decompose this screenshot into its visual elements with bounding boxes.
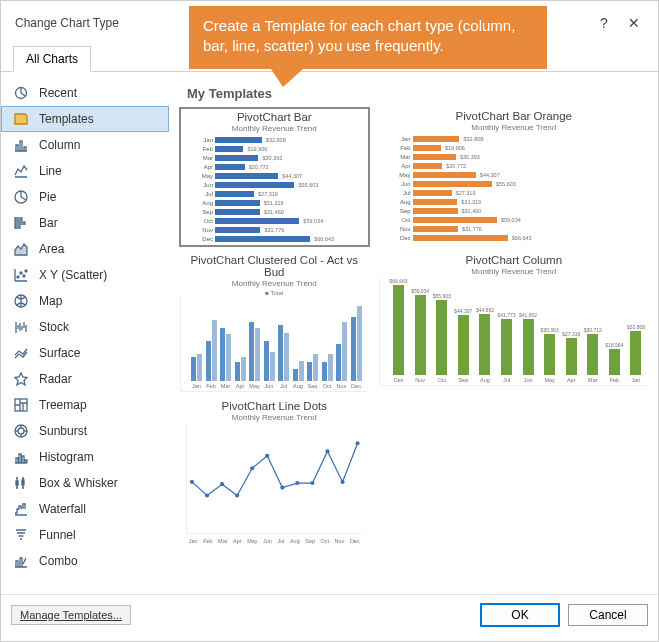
sidebar-item-label: Surface [39, 346, 80, 360]
sidebar-item-recent[interactable]: Recent [1, 80, 169, 106]
chart-type-icon [13, 475, 29, 491]
chart-type-icon [13, 189, 29, 205]
svg-point-19 [325, 449, 329, 453]
template-thumb[interactable]: PivotChart Clustered Col - Act vs BudMon… [179, 251, 370, 393]
tip-callout: Create a Template for each chart type (c… [189, 6, 547, 69]
sidebar-item-label: Column [39, 138, 80, 152]
sidebar-item-label: Bar [39, 216, 58, 230]
chart-type-icon [13, 241, 29, 257]
chart-type-icon [13, 215, 29, 231]
chart-type-sidebar: RecentTemplatesColumnLinePieBarAreaX Y (… [1, 72, 169, 594]
sidebar-item-box-whisker[interactable]: Box & Whisker [1, 470, 169, 496]
sidebar-item-radar[interactable]: Radar [1, 366, 169, 392]
svg-point-20 [340, 480, 344, 484]
section-title: My Templates [187, 86, 650, 101]
svg-point-3 [20, 272, 22, 274]
svg-point-10 [190, 480, 194, 484]
sidebar-item-label: Funnel [39, 528, 76, 542]
svg-point-17 [295, 481, 299, 485]
dialog-title: Change Chart Type [15, 16, 119, 30]
sidebar-item-treemap[interactable]: Treemap [1, 392, 169, 418]
tab-all-charts[interactable]: All Charts [13, 46, 91, 72]
sidebar-item-label: X Y (Scatter) [39, 268, 107, 282]
sidebar-item-label: Box & Whisker [39, 476, 118, 490]
help-icon[interactable]: ? [594, 15, 614, 31]
sidebar-item-pie[interactable]: Pie [1, 184, 169, 210]
template-thumb[interactable]: PivotChart ColumnMonthly Revenue Trend$6… [378, 251, 650, 393]
chart-type-icon [13, 527, 29, 543]
column-chart: $66,643Dec$59,034Nov$55,603Oct$44,307Sep… [379, 278, 649, 386]
sidebar-item-label: Treemap [39, 398, 87, 412]
sidebar-item-label: Area [39, 242, 64, 256]
chart-type-icon [13, 501, 29, 517]
chart-type-icon [13, 553, 29, 569]
template-title: PivotChart Column [379, 252, 649, 266]
svg-point-18 [310, 481, 314, 485]
sidebar-item-label: Sunburst [39, 424, 87, 438]
chart-type-icon [13, 267, 29, 283]
sidebar-item-surface[interactable]: Surface [1, 340, 169, 366]
sidebar-item-stock[interactable]: Stock [1, 314, 169, 340]
manage-templates-button[interactable]: Manage Templates... [11, 605, 131, 625]
sidebar-item-label: Waterfall [39, 502, 86, 516]
sidebar-item-label: Combo [39, 554, 78, 568]
template-subtitle: Monthly Revenue Trend [180, 413, 369, 422]
sidebar-item-waterfall[interactable]: Waterfall [1, 496, 169, 522]
sidebar-item-area[interactable]: Area [1, 236, 169, 262]
template-subtitle: Monthly Revenue Trend [379, 123, 649, 132]
sidebar-item-sunburst[interactable]: Sunburst [1, 418, 169, 444]
chart-type-icon [13, 163, 29, 179]
sidebar-item-column[interactable]: Column [1, 132, 169, 158]
sidebar-item-bar[interactable]: Bar [1, 210, 169, 236]
sidebar-item-combo[interactable]: Combo [1, 548, 169, 574]
svg-point-12 [220, 482, 224, 486]
svg-point-9 [18, 428, 24, 434]
svg-point-11 [205, 493, 209, 497]
svg-point-2 [17, 276, 19, 278]
sidebar-item-label: Line [39, 164, 62, 178]
sidebar-item-x-y-scatter-[interactable]: X Y (Scatter) [1, 262, 169, 288]
sidebar-item-line[interactable]: Line [1, 158, 169, 184]
template-thumb[interactable]: PivotChart BarMonthly Revenue TrendJan$3… [179, 107, 370, 247]
sidebar-item-map[interactable]: Map [1, 288, 169, 314]
template-thumb[interactable]: PivotChart Bar OrangeMonthly Revenue Tre… [378, 107, 650, 247]
sidebar-item-templates[interactable]: Templates [1, 106, 169, 132]
bar-chart: Jan$32,808Feb$19,906Mar$30,393Apr$20,772… [181, 135, 368, 245]
sidebar-item-label: Templates [39, 112, 94, 126]
chart-type-icon [13, 85, 29, 101]
sidebar-item-label: Pie [39, 190, 56, 204]
clustered-column-chart: JanFebMarAprMayJunJulAugSepOctNovDec [180, 296, 369, 392]
sidebar-item-label: Stock [39, 320, 69, 334]
svg-point-13 [235, 493, 239, 497]
template-subtitle: Monthly Revenue Trend [379, 267, 649, 276]
svg-point-5 [25, 270, 27, 272]
template-title: PivotChart Clustered Col - Act vs Bud [180, 252, 369, 278]
chart-type-icon [13, 423, 29, 439]
sidebar-item-funnel[interactable]: Funnel [1, 522, 169, 548]
bar-chart: Jan$32,808Feb$19,906Mar$30,393Apr$20,772… [379, 134, 649, 244]
sidebar-item-label: Recent [39, 86, 77, 100]
cancel-button[interactable]: Cancel [568, 604, 648, 626]
templates-panel: My Templates PivotChart BarMonthly Reven… [169, 72, 658, 594]
chart-type-icon [13, 319, 29, 335]
template-title: PivotChart Bar Orange [379, 108, 649, 122]
close-icon[interactable]: ✕ [624, 15, 644, 31]
svg-point-16 [280, 486, 284, 490]
chart-type-icon [13, 371, 29, 387]
template-subtitle: Monthly Revenue Trend [180, 279, 369, 288]
sidebar-item-label: Histogram [39, 450, 94, 464]
svg-point-15 [265, 454, 269, 458]
sidebar-item-label: Radar [39, 372, 72, 386]
chart-type-icon [13, 345, 29, 361]
dialog-footer: Manage Templates... OK Cancel [1, 594, 658, 635]
chart-type-icon [13, 293, 29, 309]
template-thumb[interactable]: PivotChart Line DotsMonthly Revenue Tren… [179, 397, 370, 548]
template-title: PivotChart Line Dots [180, 398, 369, 412]
chart-type-icon [13, 449, 29, 465]
sidebar-item-label: Map [39, 294, 62, 308]
sidebar-item-histogram[interactable]: Histogram [1, 444, 169, 470]
chart-type-icon [13, 111, 29, 127]
chart-type-icon [13, 137, 29, 153]
ok-button[interactable]: OK [480, 603, 560, 627]
svg-point-4 [23, 275, 25, 277]
